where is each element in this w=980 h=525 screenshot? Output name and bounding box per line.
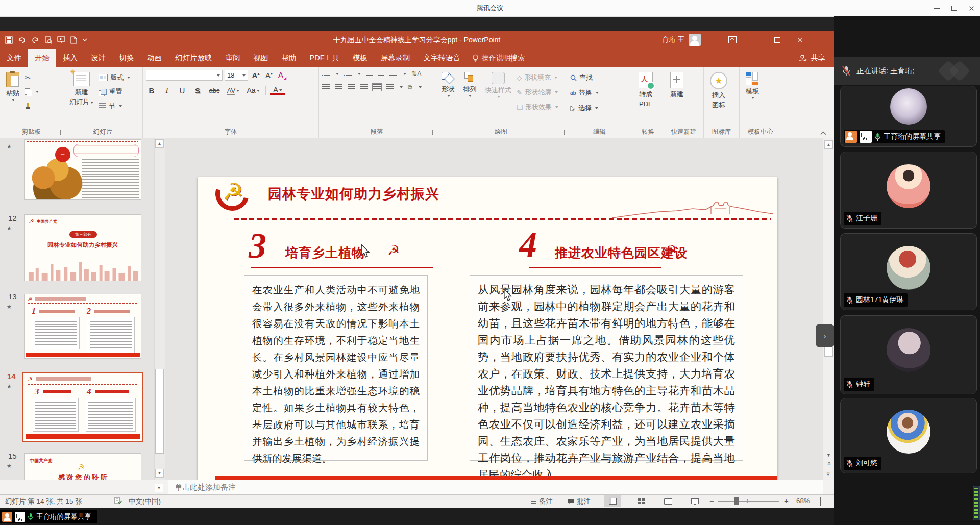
save-icon[interactable] (5, 36, 13, 44)
font-color-button[interactable]: A (270, 86, 285, 95)
quick-styles-button[interactable]: 快速样式 (482, 70, 514, 100)
zoom-percentage[interactable]: 68% (796, 497, 810, 505)
quick-new-button[interactable]: 新建 (667, 70, 687, 100)
thumbnail-scroll-thumb[interactable] (155, 369, 164, 454)
reset-button[interactable]: 重置 (99, 86, 130, 97)
drawing-dialog-launcher[interactable] (559, 130, 565, 135)
shrink-font-button[interactable]: A▾ (263, 71, 275, 80)
shape-fill-button[interactable]: ◇形状填充 (517, 72, 558, 83)
slide-thumbnail-11[interactable]: 三 (24, 139, 141, 200)
copy-button[interactable] (24, 86, 39, 97)
font-dialog-launcher[interactable] (311, 130, 316, 135)
text-direction-button[interactable]: ⇅A (411, 70, 422, 78)
font-size-combobox[interactable]: 18 (225, 70, 248, 81)
smartart-convert-button[interactable]: ⧉ (408, 84, 412, 91)
ppt-close-button[interactable] (789, 31, 811, 49)
bold-button[interactable]: B (146, 86, 157, 95)
new-slide-button[interactable]: ✳ 新建 幻灯片 (66, 70, 96, 108)
ppt-restore-button[interactable] (766, 31, 789, 49)
tab-screen-record[interactable]: 屏幕录制 (374, 49, 417, 67)
shape-outline-button[interactable]: ✎形状轮廓 (517, 87, 558, 98)
character-spacing-button[interactable]: AV (226, 87, 241, 94)
layout-button[interactable]: 版式 (99, 72, 130, 83)
collapse-ribbon-button[interactable] (820, 131, 826, 135)
tab-transitions[interactable]: 切换 (112, 49, 140, 67)
slide-scrollbar[interactable]: ▲ ▼ » » › (823, 138, 834, 480)
participant-tile[interactable]: 王育珩的屏幕共享 (840, 86, 977, 147)
tab-help[interactable]: 帮助 (275, 49, 303, 67)
reading-view-button[interactable] (660, 495, 676, 507)
previous-slide-button[interactable]: » (824, 459, 833, 468)
align-center-button[interactable] (335, 84, 342, 90)
notes-toggle[interactable]: 备注 (531, 497, 553, 506)
slide-thumbnail-12[interactable]: ☭ 中国共产党 第三部分 园林专业如何助力乡村振兴 (24, 214, 141, 281)
zoom-in-button[interactable]: + (784, 496, 789, 505)
increase-indent-button[interactable] (378, 71, 384, 77)
paragraph-dialog-launcher[interactable] (428, 130, 433, 135)
slide-thumbnail-15[interactable]: 中国共产党 ☭ 感 谢 您 的 聆 听 (24, 453, 141, 480)
next-slide-button[interactable]: » (824, 469, 833, 478)
spellcheck-icon[interactable] (114, 497, 122, 505)
clear-formatting-button[interactable]: A◢ (277, 70, 288, 81)
find-button[interactable]: 查找 (570, 72, 599, 83)
underline-button[interactable]: U (177, 86, 188, 95)
italic-button[interactable]: I (161, 86, 173, 95)
clipboard-dialog-launcher[interactable] (56, 130, 61, 135)
line-spacing-button[interactable] (389, 71, 397, 77)
tab-slideshow[interactable]: 幻灯片放映 (168, 49, 219, 67)
slide-sorter-view-button[interactable] (633, 495, 649, 507)
redo-icon[interactable] (31, 36, 39, 43)
new-file-icon[interactable] (70, 36, 77, 44)
slideshow-view-button[interactable] (687, 495, 703, 507)
meeting-minimize-button[interactable] (928, 0, 945, 16)
insert-icon-button[interactable]: ★ 插入 图标 (707, 70, 730, 111)
tab-template[interactable]: 模板 (346, 49, 374, 67)
zoom-slider-thumb[interactable] (734, 497, 739, 505)
convert-to-pdf-button[interactable]: 转成 PDF (635, 70, 656, 110)
slide-title[interactable]: 园林专业如何助力乡村振兴 (268, 185, 439, 203)
meeting-panel-toggle[interactable]: › (816, 324, 834, 347)
tab-view[interactable]: 视图 (247, 49, 275, 67)
zoom-slider-track[interactable] (718, 501, 779, 502)
comments-toggle[interactable]: 批注 (568, 497, 591, 506)
ppt-minimize-button[interactable] (744, 31, 766, 49)
align-right-button[interactable] (348, 84, 355, 90)
thumb-scroll-bottom-button[interactable]: ▼ (155, 484, 163, 492)
thumbnail-scrollbar[interactable]: ▲ ▼ (154, 138, 165, 480)
body-textbox-3[interactable]: 在农业生产和人类活动中不可避免地会带入很多外来植物，这些外来植物很容易在没有天敌… (244, 275, 428, 461)
share-button[interactable]: 共享 (799, 49, 825, 67)
tab-design[interactable]: 设计 (84, 49, 112, 67)
tab-home[interactable]: 开始 (28, 49, 56, 67)
participant-tile[interactable]: 园林171黄伊琳 (840, 233, 977, 310)
align-left-button[interactable] (322, 84, 330, 90)
meeting-maximize-button[interactable] (945, 0, 963, 16)
section-number-4[interactable]: 4 (519, 227, 537, 263)
justify-button[interactable] (360, 84, 368, 90)
tab-insert[interactable]: 插入 (56, 49, 84, 67)
print-preview-icon[interactable] (44, 36, 52, 44)
tell-me-search[interactable]: 操作说明搜索 (467, 49, 530, 67)
language-indicator[interactable]: 中文(中国) (129, 497, 161, 506)
shapes-button[interactable]: 形状 (438, 70, 458, 99)
shape-effects-button[interactable]: ❏形状效果 (517, 102, 558, 113)
slide-thumbnail-14-selected[interactable]: ☭ 3 4 (22, 372, 143, 442)
tab-file[interactable]: 文件 (0, 49, 28, 67)
zoom-out-button[interactable]: − (709, 496, 714, 505)
tab-review[interactable]: 审阅 (219, 49, 247, 67)
slideshow-icon[interactable] (57, 36, 65, 43)
section-number-3[interactable]: 3 (249, 228, 266, 264)
arrange-button[interactable]: 排列 (460, 70, 479, 99)
cut-button[interactable]: ✂ (24, 72, 39, 83)
font-name-combobox[interactable] (146, 70, 223, 81)
paste-button[interactable]: 粘贴 (3, 70, 22, 103)
format-painter-button[interactable] (24, 101, 39, 112)
scroll-down-button[interactable]: ▼ (155, 469, 164, 478)
replace-button[interactable]: ab替换 (570, 87, 599, 98)
text-shadow-button[interactable]: S (192, 86, 203, 95)
tab-animations[interactable]: 动画 (140, 49, 168, 67)
section-heading-3[interactable]: 培育乡土植物 (285, 244, 365, 261)
meeting-close-button[interactable] (963, 0, 980, 16)
scroll-down-button[interactable]: ▼ (824, 449, 833, 459)
qat-customize-icon[interactable] (82, 37, 87, 42)
slide-thumbnail-13[interactable]: ☭ 1 2 (24, 294, 141, 359)
